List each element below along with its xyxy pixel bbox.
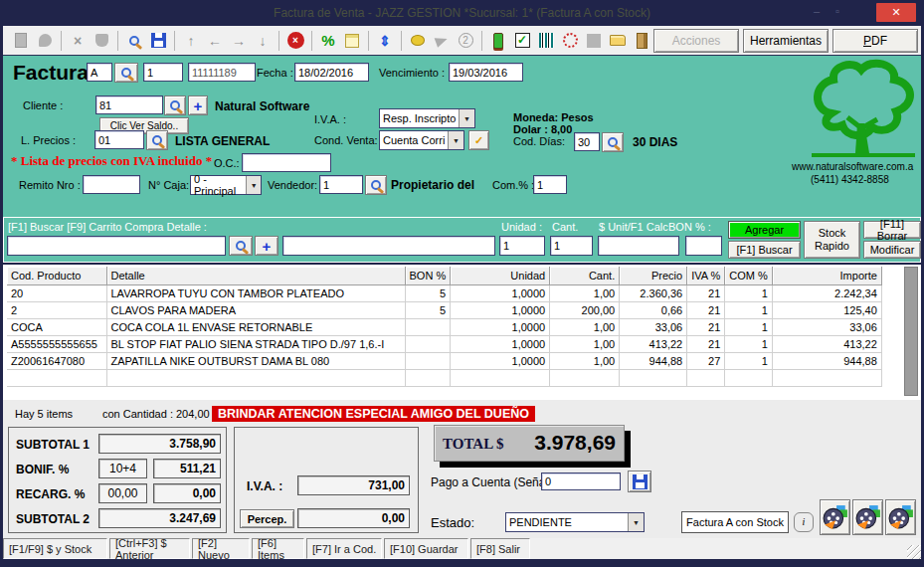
dotted-circle-icon[interactable] bbox=[559, 30, 581, 52]
checkbox-icon[interactable]: ✓ bbox=[511, 30, 533, 52]
product-detail-input[interactable] bbox=[282, 236, 495, 256]
iva-combo[interactable]: Resp. Inscripto ▼ bbox=[379, 108, 475, 128]
percep-button[interactable]: Percep. bbox=[240, 509, 294, 528]
agregar-button[interactable]: Agregar bbox=[728, 221, 801, 239]
vencimiento-field[interactable] bbox=[449, 63, 523, 82]
cond-venta-value: Cuenta Corri bbox=[383, 134, 445, 146]
arrow-down-icon[interactable]: ↓ bbox=[252, 30, 274, 52]
checklist-icon[interactable]: ✓ bbox=[468, 130, 489, 150]
arrow-up-icon[interactable]: ↑ bbox=[180, 30, 202, 52]
table-row[interactable]: A5555555555655BL STOP FIAT PALIO SIENA S… bbox=[7, 335, 881, 352]
entry-search-label: [F1] Buscar [F9] Carrito Compra Detalle … bbox=[8, 221, 207, 233]
com-field[interactable] bbox=[533, 175, 567, 194]
cell: 21 bbox=[687, 335, 725, 352]
cliente-code-field[interactable] bbox=[95, 95, 163, 114]
gray-square-icon[interactable] bbox=[583, 30, 605, 52]
herramientas-button[interactable]: Herramientas bbox=[743, 29, 829, 53]
delete-icon[interactable]: × bbox=[67, 30, 89, 52]
media-button-3[interactable] bbox=[885, 499, 916, 535]
folder-icon[interactable] bbox=[607, 30, 629, 52]
cell: 27 bbox=[687, 352, 725, 369]
resize-vertical-icon[interactable]: ⇕ bbox=[374, 30, 396, 52]
oc-field[interactable] bbox=[242, 153, 331, 172]
f1-buscar-button[interactable]: [F1] Buscar bbox=[728, 241, 801, 259]
product-add-button[interactable]: + bbox=[255, 236, 278, 256]
unit-price-input[interactable] bbox=[598, 236, 679, 256]
recarg-pct-field[interactable]: 00,00 bbox=[98, 483, 147, 503]
chevron-down-icon[interactable]: ▼ bbox=[459, 109, 474, 127]
save-icon[interactable] bbox=[147, 30, 169, 52]
minimize-button[interactable]: – bbox=[814, 5, 820, 17]
caja-combo[interactable]: 0 - Principal ▼ bbox=[190, 175, 262, 195]
media-button-1[interactable] bbox=[820, 499, 850, 535]
coin-icon[interactable] bbox=[407, 30, 429, 52]
lprecios-search-button[interactable] bbox=[146, 130, 168, 150]
lprecios-field[interactable] bbox=[94, 130, 144, 149]
table-row[interactable]: 20LAVARROPA TUYU CON TAMBOR PLATEADO51,0… bbox=[7, 284, 881, 301]
col-unidad[interactable]: Unidad bbox=[451, 267, 550, 284]
fecha-field[interactable] bbox=[294, 63, 369, 82]
cliente-search-button[interactable] bbox=[164, 95, 186, 115]
table-row[interactable]: COCACOCA COLA 1L ENVASE RETORNABLE1,0000… bbox=[7, 318, 881, 335]
col-cant[interactable]: Cant. bbox=[550, 267, 620, 284]
stamp-icon[interactable] bbox=[91, 30, 112, 52]
branch-field[interactable] bbox=[143, 63, 183, 82]
acciones-button[interactable]: Acciones bbox=[653, 29, 739, 53]
col-com[interactable]: COM % bbox=[725, 267, 773, 284]
cliente-add-button[interactable]: + bbox=[188, 95, 208, 115]
save-pago-button[interactable] bbox=[628, 471, 651, 492]
col-importe[interactable]: Importe bbox=[772, 267, 881, 284]
cod-dias-field[interactable] bbox=[574, 132, 600, 151]
table-row[interactable]: Z20061647080ZAPATILLA NIKE OUTBURST DAMA… bbox=[7, 352, 881, 369]
close-button[interactable]: ✕ bbox=[876, 3, 916, 22]
chevron-down-icon[interactable]: ▼ bbox=[628, 513, 644, 531]
f11-borrar-button[interactable]: [F11] Borrar bbox=[863, 221, 921, 239]
invoice-number-field[interactable] bbox=[188, 63, 256, 82]
exit-door-icon[interactable] bbox=[631, 30, 652, 52]
barcode-icon[interactable] bbox=[535, 30, 557, 52]
stock-rapido-button[interactable]: Stock Rapido bbox=[804, 221, 860, 259]
table-row[interactable]: 2CLAVOS PARA MADERA51,0000200,000,662111… bbox=[7, 301, 881, 318]
unidad-input[interactable] bbox=[499, 236, 545, 256]
cod-dias-search-button[interactable] bbox=[602, 132, 624, 152]
maximize-button[interactable]: ▫ bbox=[835, 5, 839, 17]
arrow-left-icon[interactable]: ← bbox=[204, 30, 226, 52]
bon-input[interactable] bbox=[685, 236, 722, 256]
cancel-icon[interactable]: × bbox=[284, 30, 306, 52]
resize-grip-icon[interactable] bbox=[907, 545, 921, 559]
arrow-right-icon[interactable]: → bbox=[228, 30, 250, 52]
search-icon[interactable] bbox=[123, 30, 145, 52]
col-cod-producto[interactable]: Cod. Producto bbox=[7, 267, 106, 284]
pago-field[interactable] bbox=[541, 472, 621, 490]
ink-blob-icon[interactable] bbox=[34, 30, 56, 52]
pdf-button[interactable]: PDF bbox=[832, 29, 918, 53]
cond-venta-combo[interactable]: Cuenta Corri ▼ bbox=[379, 130, 464, 150]
step-two-icon[interactable]: 2 bbox=[455, 30, 476, 52]
estado-combo[interactable]: PENDIENTE ▼ bbox=[505, 512, 645, 532]
modificar-button[interactable]: Modificar bbox=[863, 241, 921, 259]
product-search-button[interactable] bbox=[229, 236, 253, 256]
chevron-down-icon[interactable]: ▼ bbox=[246, 176, 261, 194]
chevron-down-icon[interactable]: ▼ bbox=[448, 131, 463, 149]
product-code-input[interactable] bbox=[7, 236, 226, 256]
col-bon[interactable]: BON % bbox=[405, 267, 451, 284]
cant-input[interactable] bbox=[550, 236, 593, 256]
bonif-pct-field[interactable]: 10+4 bbox=[98, 459, 147, 478]
media-button-2[interactable] bbox=[852, 499, 883, 535]
tipo-factura-box[interactable]: Factura A con Stock bbox=[681, 511, 789, 533]
percent-icon[interactable]: % bbox=[317, 30, 339, 52]
plane-icon[interactable] bbox=[431, 30, 453, 52]
notepad-icon[interactable] bbox=[341, 30, 363, 52]
info-icon[interactable]: i bbox=[794, 512, 814, 532]
battery-icon[interactable] bbox=[487, 30, 509, 52]
vendedor-field[interactable] bbox=[319, 175, 363, 194]
invoice-letter-search-button[interactable] bbox=[114, 63, 138, 83]
col-detalle[interactable]: Detalle bbox=[106, 267, 405, 284]
remito-field[interactable] bbox=[83, 175, 140, 194]
col-precio[interactable]: Precio bbox=[620, 267, 687, 284]
invoice-letter-field[interactable] bbox=[87, 63, 112, 82]
table-scrollbar[interactable] bbox=[904, 267, 918, 396]
vendedor-search-button[interactable] bbox=[365, 175, 387, 195]
col-iva[interactable]: IVA % bbox=[687, 267, 725, 284]
new-doc-icon[interactable] bbox=[10, 30, 32, 52]
